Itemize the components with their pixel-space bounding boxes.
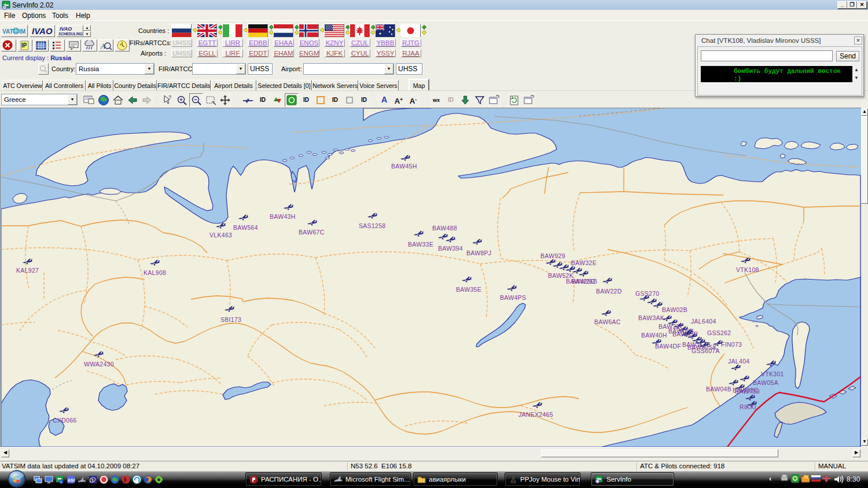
svg-text:IVAO: IVAO [60, 26, 72, 32]
svg-text:BAW25B: BAW25B [572, 278, 597, 285]
svg-text:BAW3AK: BAW3AK [638, 314, 664, 321]
svg-text:IM: IM [19, 28, 25, 35]
svg-text:VTK301: VTK301 [761, 370, 784, 377]
svg-text:BAW394: BAW394 [438, 245, 463, 252]
svg-text:JANEX2465: JANEX2465 [518, 411, 553, 418]
svg-text:RIKKI: RIKKI [740, 403, 756, 410]
svg-text:BAW4PS: BAW4PS [500, 294, 526, 301]
svg-text:JAL6404: JAL6404 [691, 318, 716, 325]
svg-text:?: ? [168, 94, 171, 100]
svg-text:BAW929: BAW929 [540, 252, 565, 259]
svg-text:BAW4DF: BAW4DF [655, 343, 681, 350]
svg-text:VLK463: VLK463 [209, 232, 232, 239]
svg-text:BAW40H: BAW40H [641, 332, 667, 339]
svg-text:KAL908: KAL908 [144, 269, 166, 276]
svg-text:BAW564: BAW564 [233, 224, 258, 231]
svg-text:FIN073: FIN073 [721, 341, 742, 348]
svg-text:IP: IP [21, 42, 27, 49]
svg-text:BAW35E: BAW35E [456, 286, 481, 293]
svg-text:BAW43H: BAW43H [270, 213, 296, 220]
svg-text:KAL927: KAL927 [16, 267, 39, 274]
svg-text:BAW67C: BAW67C [299, 229, 325, 236]
svg-text:BAW33E: BAW33E [408, 241, 433, 248]
svg-text:SBI173: SBI173 [220, 316, 241, 323]
svg-text:BAW05A: BAW05A [753, 379, 778, 386]
svg-text:BAW6AC: BAW6AC [594, 318, 621, 325]
svg-text:VTK108: VTK108 [736, 266, 759, 273]
svg-text:VAT: VAT [2, 28, 13, 35]
svg-text:SCHEDULING: SCHEDULING [58, 32, 83, 36]
svg-text:BAW04B: BAW04B [706, 386, 731, 392]
svg-text:BAW32E: BAW32E [571, 259, 597, 266]
svg-text:SAS1258: SAS1258 [359, 222, 385, 229]
svg-text:CXD066: CXD066 [53, 417, 77, 424]
svg-text:ASG: ASG [68, 478, 75, 482]
svg-text:BAW8PJ: BAW8PJ [466, 249, 491, 256]
svg-text:BAW488: BAW488 [432, 225, 457, 232]
svg-text:GSS607A: GSS607A [692, 347, 720, 354]
svg-text:BAW45H: BAW45H [391, 163, 417, 170]
svg-text:GSS262: GSS262 [707, 329, 731, 336]
svg-text:BAW730: BAW730 [735, 388, 760, 395]
svg-text:WWA2430: WWA2430 [84, 361, 114, 368]
svg-text:BAW22D: BAW22D [596, 288, 622, 295]
svg-text:GSS270: GSS270 [635, 290, 660, 297]
svg-text:IVAO: IVAO [32, 26, 53, 36]
svg-text:BAW02B: BAW02B [662, 306, 687, 313]
svg-text:JAL404: JAL404 [728, 358, 749, 365]
